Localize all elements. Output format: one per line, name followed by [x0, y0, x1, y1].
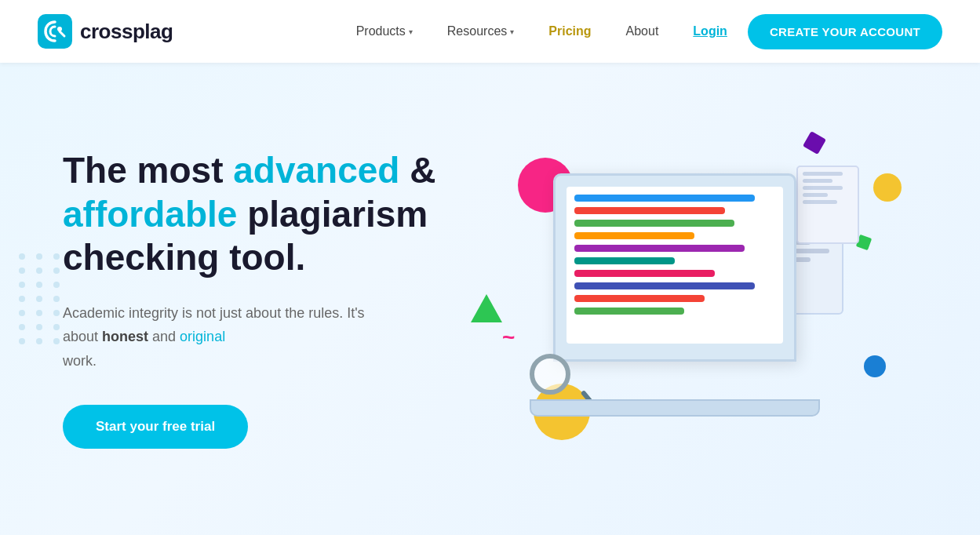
hero-left: The most advanced & affordable plagiaris… [63, 149, 439, 448]
dot [53, 296, 60, 302]
navbar: crossplag Products ▾ Resources ▾ Pricing… [0, 0, 980, 63]
dot [36, 253, 42, 260]
screen-line-10 [574, 308, 685, 315]
laptop-screen [553, 173, 796, 362]
doc-small-line [803, 186, 843, 190]
resources-chevron-icon: ▾ [510, 27, 514, 36]
svg-rect-0 [38, 14, 72, 49]
screen-inner [567, 187, 783, 344]
screen-line-6 [574, 257, 675, 264]
dot [19, 310, 25, 316]
dot [53, 253, 60, 260]
doc-small-line [803, 179, 832, 183]
dot [53, 324, 60, 330]
hero-title-part1: The most [63, 150, 233, 191]
products-chevron-icon: ▾ [409, 27, 413, 36]
screen-line-2 [574, 207, 725, 214]
dot [19, 338, 25, 344]
dot [36, 282, 42, 288]
hero-title-accent2: affordable [63, 194, 237, 235]
nav-item-about[interactable]: About [612, 18, 673, 45]
screen-line-1 [574, 195, 755, 202]
screen-line-3 [574, 220, 735, 227]
nav-links: Products ▾ Resources ▾ Pricing About Log… [342, 14, 942, 49]
hero-title-accent1: advanced [233, 150, 399, 191]
nav-item-resources[interactable]: Resources ▾ [433, 18, 528, 45]
dot [19, 253, 25, 260]
laptop-base [530, 399, 820, 417]
doc-small-line [803, 200, 838, 204]
dot [36, 338, 42, 344]
nav-pricing-label: Pricing [548, 24, 591, 38]
doc-small-line [803, 193, 828, 197]
dot [36, 310, 42, 316]
shape-pink-wave: ~ [502, 325, 515, 350]
hero-right: ~ [439, 111, 933, 487]
dot [19, 282, 25, 288]
nav-login-label: Login [693, 24, 727, 38]
dot [19, 296, 25, 302]
screen-line-8 [574, 282, 755, 289]
shape-blue-circle [864, 355, 886, 377]
start-trial-button[interactable]: Start your free trial [63, 405, 248, 449]
hero-section: The most advanced & affordable plagiaris… [0, 63, 980, 535]
brand-name: crossplag [80, 20, 173, 44]
hero-title-part2: & [399, 150, 435, 191]
hero-subtitle: Academic integrity is not just about the… [63, 301, 392, 373]
screen-line-7 [574, 270, 715, 277]
logo[interactable]: crossplag [38, 14, 173, 49]
dots-pattern [19, 253, 63, 344]
nav-products-label: Products [356, 24, 406, 38]
hero-title: The most advanced & affordable plagiaris… [63, 149, 439, 279]
nav-about-label: About [626, 24, 659, 38]
screen-line-4 [574, 232, 695, 239]
nav-item-products[interactable]: Products ▾ [342, 18, 427, 45]
nav-item-login[interactable]: Login [679, 18, 741, 45]
dot [53, 310, 60, 316]
dot [19, 324, 25, 330]
shape-purple-square [803, 131, 826, 155]
magnifier-glass [530, 354, 570, 395]
dot [36, 296, 42, 302]
dot [53, 268, 60, 274]
shape-yellow-circle [873, 173, 902, 202]
laptop-illustration [530, 173, 843, 440]
dot [36, 268, 42, 274]
screen-line-9 [574, 295, 705, 302]
screen-line-5 [574, 245, 745, 252]
shape-green-triangle [471, 294, 502, 322]
doc-small [796, 166, 859, 244]
nav-resources-label: Resources [447, 24, 507, 38]
logo-icon [38, 14, 72, 49]
dot [19, 268, 25, 274]
create-account-button[interactable]: CREATE YOUR ACCOUNT [748, 14, 942, 49]
hero-subtitle-bold1: honest [102, 329, 148, 344]
dot [53, 338, 60, 344]
doc-small-line [803, 172, 843, 176]
dot [53, 282, 60, 288]
dot [36, 324, 42, 330]
nav-item-pricing[interactable]: Pricing [534, 18, 605, 45]
hero-subtitle-cyan: original [180, 329, 225, 344]
